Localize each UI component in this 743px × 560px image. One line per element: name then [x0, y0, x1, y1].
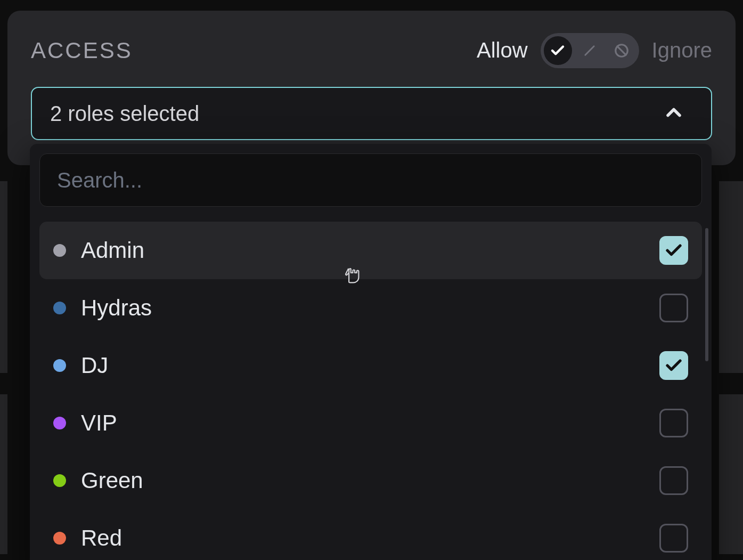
role-item-left: Red	[53, 525, 122, 551]
role-name-label: Green	[81, 468, 143, 493]
check-icon	[664, 241, 683, 260]
role-item-left: DJ	[53, 353, 108, 378]
background-panel	[0, 394, 7, 554]
roles-select-trigger[interactable]: 2 roles selected	[31, 87, 712, 140]
role-checkbox[interactable]	[659, 236, 688, 265]
role-item[interactable]: Hydras	[39, 279, 702, 337]
access-panel: ACCESS Allow	[7, 11, 736, 165]
role-item-left: VIP	[53, 410, 117, 436]
role-item[interactable]: VIP	[39, 394, 702, 452]
svg-line-0	[585, 46, 594, 54]
slash-icon	[582, 43, 597, 58]
role-item-left: Admin	[53, 238, 144, 263]
role-color-dot	[53, 359, 66, 372]
role-name-label: Red	[81, 525, 122, 551]
role-list: AdminHydrasDJVIPGreenRed	[39, 222, 702, 560]
ignore-label: Ignore	[652, 38, 712, 62]
chevron-up-icon	[662, 101, 685, 126]
access-toggle[interactable]	[541, 33, 639, 68]
role-name-label: Admin	[81, 238, 144, 263]
check-icon	[550, 43, 566, 59]
role-name-label: VIP	[81, 410, 117, 436]
role-color-dot	[53, 417, 66, 429]
toggle-neutral-slot[interactable]	[575, 36, 604, 65]
background-panel	[0, 181, 7, 373]
allow-label: Allow	[477, 38, 528, 62]
role-checkbox[interactable]	[659, 466, 688, 495]
role-name-label: DJ	[81, 353, 108, 378]
role-color-dot	[53, 532, 66, 545]
roles-search-input[interactable]	[39, 153, 702, 207]
role-checkbox[interactable]	[659, 351, 688, 380]
mode-group: Allow Ignore	[477, 33, 712, 68]
role-item-left: Green	[53, 468, 143, 493]
panel-title: ACCESS	[31, 38, 133, 63]
background-panel	[719, 181, 743, 373]
scrollbar[interactable]	[705, 228, 708, 361]
panel-header: ACCESS Allow	[31, 33, 712, 68]
role-item[interactable]: Red	[39, 509, 702, 560]
toggle-deny-slot[interactable]	[607, 36, 636, 65]
role-color-dot	[53, 302, 66, 314]
roles-dropdown: AdminHydrasDJVIPGreenRed	[30, 144, 712, 560]
role-checkbox[interactable]	[659, 294, 688, 322]
roles-select-summary: 2 roles selected	[50, 102, 199, 126]
ban-icon	[614, 43, 630, 59]
role-checkbox[interactable]	[659, 409, 688, 437]
background-panel	[719, 394, 743, 554]
role-color-dot	[53, 244, 66, 257]
role-item-left: Hydras	[53, 295, 152, 321]
role-item[interactable]: DJ	[39, 337, 702, 394]
toggle-allow-slot[interactable]	[544, 36, 573, 65]
role-checkbox[interactable]	[659, 524, 688, 553]
role-name-label: Hydras	[81, 295, 152, 321]
svg-line-2	[617, 46, 626, 54]
role-item[interactable]: Admin	[39, 222, 702, 279]
role-item[interactable]: Green	[39, 452, 702, 509]
role-color-dot	[53, 474, 66, 487]
check-icon	[664, 356, 683, 375]
